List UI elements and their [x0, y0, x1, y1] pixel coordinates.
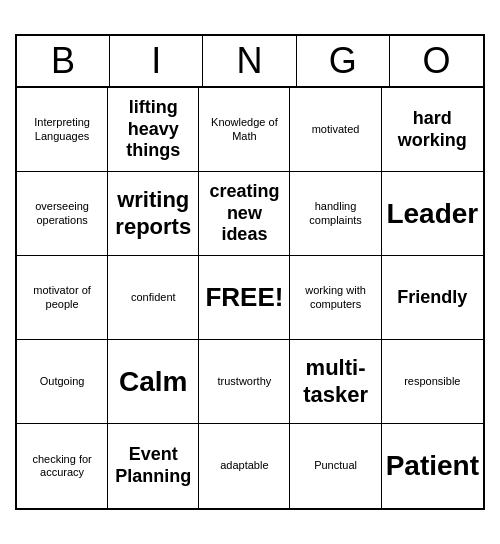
bingo-cell-5[interactable]: overseeing operations	[17, 172, 108, 256]
bingo-cell-14[interactable]: Friendly	[382, 256, 483, 340]
bingo-cell-4[interactable]: hard working	[382, 88, 483, 172]
bingo-cell-9[interactable]: Leader	[382, 172, 483, 256]
bingo-cell-17[interactable]: trustworthy	[199, 340, 290, 424]
bingo-cell-23[interactable]: Punctual	[290, 424, 381, 508]
bingo-header: B I N G O	[17, 36, 483, 88]
bingo-cell-3[interactable]: motivated	[290, 88, 381, 172]
bingo-cell-8[interactable]: handling complaints	[290, 172, 381, 256]
bingo-cell-21[interactable]: Event Planning	[108, 424, 199, 508]
bingo-cell-22[interactable]: adaptable	[199, 424, 290, 508]
header-g: G	[297, 36, 390, 86]
bingo-cell-12[interactable]: FREE!	[199, 256, 290, 340]
bingo-cell-11[interactable]: confident	[108, 256, 199, 340]
bingo-cell-24[interactable]: Patient	[382, 424, 483, 508]
bingo-cell-1[interactable]: lifting heavy things	[108, 88, 199, 172]
bingo-cell-15[interactable]: Outgoing	[17, 340, 108, 424]
header-b: B	[17, 36, 110, 86]
bingo-cell-6[interactable]: writing reports	[108, 172, 199, 256]
header-o: O	[390, 36, 483, 86]
bingo-cell-20[interactable]: checking for accuracy	[17, 424, 108, 508]
bingo-cell-7[interactable]: creating new ideas	[199, 172, 290, 256]
bingo-cell-10[interactable]: motivator of people	[17, 256, 108, 340]
header-n: N	[203, 36, 296, 86]
bingo-cell-16[interactable]: Calm	[108, 340, 199, 424]
bingo-grid: Interpreting Languageslifting heavy thin…	[17, 88, 483, 508]
bingo-cell-2[interactable]: Knowledge of Math	[199, 88, 290, 172]
bingo-cell-19[interactable]: responsible	[382, 340, 483, 424]
bingo-cell-18[interactable]: multi-tasker	[290, 340, 381, 424]
bingo-card: B I N G O Interpreting Languageslifting …	[15, 34, 485, 510]
header-i: I	[110, 36, 203, 86]
bingo-cell-13[interactable]: working with computers	[290, 256, 381, 340]
bingo-cell-0[interactable]: Interpreting Languages	[17, 88, 108, 172]
